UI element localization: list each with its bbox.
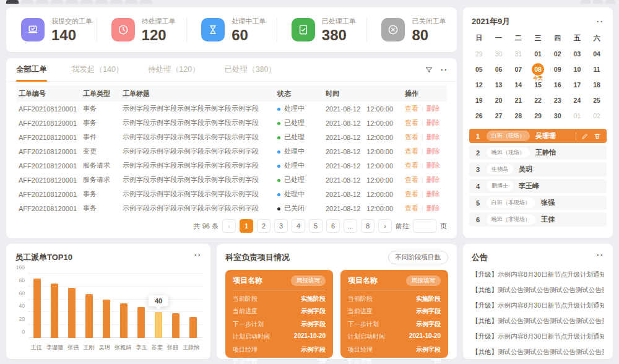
page-button-8[interactable]: 8 <box>361 219 374 233</box>
bar-张雅娟[interactable] <box>120 303 128 338</box>
goto-page-input[interactable] <box>413 219 436 233</box>
schedule-row[interactable]: 1白班（现场）吴珊珊 <box>469 129 607 143</box>
bar-吴玥[interactable] <box>103 300 110 338</box>
page-button-1[interactable]: 1 <box>240 219 253 233</box>
calendar-day[interactable]: 29 <box>469 46 489 61</box>
calendar-day[interactable]: 06 <box>489 61 509 77</box>
calendar-day[interactable]: 30 <box>548 108 568 123</box>
delete-link[interactable]: 删除 <box>426 105 440 112</box>
next-page-button[interactable]: › <box>378 219 392 233</box>
filter-icon[interactable] <box>425 66 433 74</box>
calendar-day[interactable]: 23 <box>548 92 568 108</box>
delete-link[interactable]: 删除 <box>426 119 440 126</box>
schedule-row[interactable]: 5白班（非现场）张强 <box>469 196 607 210</box>
calendar-day[interactable]: 02 <box>548 46 568 61</box>
calendar-more-icon[interactable]: ·· <box>597 18 604 25</box>
browser-tab[interactable] <box>66 0 78 4</box>
calendar-day[interactable]: 24 <box>568 92 587 108</box>
calendar-day[interactable]: 30 <box>489 46 509 61</box>
page-button-3[interactable]: 3 <box>274 219 288 233</box>
view-link[interactable]: 查看 <box>405 176 418 183</box>
browser-tab-active[interactable] <box>6 0 19 4</box>
browser-tab-right[interactable] <box>593 0 603 4</box>
calendar-day[interactable]: 25 <box>587 92 607 108</box>
schedule-row[interactable]: 6晚班（非现场）王佳 <box>469 212 607 227</box>
calendar-day[interactable]: 03 <box>568 46 587 61</box>
calendar-day[interactable]: 28 <box>508 108 528 123</box>
view-link[interactable]: 查看 <box>405 119 418 126</box>
calendar-day[interactable]: 21 <box>508 92 528 108</box>
tab-all-orders[interactable]: 全部工单 <box>16 58 47 81</box>
browser-tab-right[interactable] <box>581 0 591 4</box>
announcement-item[interactable]: 【升级】示例内容8月30日新节点升级计划通知 <box>472 298 604 313</box>
calendar-day[interactable]: 14 <box>508 77 528 92</box>
calendar-day[interactable]: 15 <box>528 77 548 92</box>
calendar-day[interactable]: 13 <box>489 77 509 92</box>
announcement-item[interactable]: 【升级】示例内容8月30日新节点升级计划通知 <box>472 267 604 282</box>
calendar-day[interactable]: 29 <box>528 108 548 123</box>
bar-王刚[interactable] <box>85 294 93 338</box>
bar-苏雯[interactable] <box>155 312 162 338</box>
view-link[interactable]: 查看 <box>405 133 418 141</box>
calendar-day[interactable]: 04 <box>587 46 607 61</box>
calendar-day[interactable]: 19 <box>469 92 489 108</box>
browser-tab[interactable] <box>95 0 108 4</box>
page-button-6[interactable]: 6 <box>326 219 340 233</box>
trash-icon[interactable] <box>594 132 601 140</box>
calendar-day[interactable]: 05 <box>469 61 489 77</box>
view-link[interactable]: 查看 <box>405 147 418 155</box>
view-link[interactable]: 查看 <box>405 204 418 212</box>
announcement-item[interactable]: 【其他】测试公告测试公告测试公告测试公告测试公告 <box>472 282 604 298</box>
browser-tab[interactable] <box>140 0 152 4</box>
edit-icon[interactable] <box>581 132 589 140</box>
weekly-report-badge[interactable]: 周报填写 <box>406 275 441 286</box>
calendar-day[interactable]: 16 <box>548 77 568 92</box>
announcements-more-icon[interactable]: ·· <box>597 251 604 259</box>
bar-李玉[interactable] <box>137 307 145 338</box>
chart-more-icon[interactable]: ·· <box>194 251 202 259</box>
page-button-2[interactable]: 2 <box>257 219 271 233</box>
bar-李珊珊[interactable] <box>51 284 58 338</box>
calendar-day[interactable]: 12 <box>469 77 489 92</box>
tab-2[interactable]: 待处理（120） <box>148 58 199 81</box>
page-ellipsis[interactable]: ... <box>344 219 357 233</box>
calendar-day[interactable]: 17 <box>568 77 587 92</box>
browser-tab[interactable] <box>110 0 123 4</box>
weekly-report-badge[interactable]: 周报填写 <box>291 275 326 286</box>
view-link[interactable]: 查看 <box>405 105 418 112</box>
delete-link[interactable]: 删除 <box>426 176 440 183</box>
calendar-day[interactable]: 10 <box>568 61 587 77</box>
announcement-item[interactable]: 【其他】测试公告测试公告测试公告测试公告测试公告 <box>472 344 604 360</box>
browser-tab[interactable] <box>51 0 63 4</box>
calendar-day[interactable]: 26 <box>469 108 489 123</box>
bar-张强[interactable] <box>68 288 76 338</box>
worklist-more-icon[interactable]: ·· <box>441 66 448 74</box>
calendar-day[interactable]: 02 <box>587 108 607 123</box>
calendar-day[interactable]: 18 <box>587 77 607 92</box>
bar-王静怡[interactable] <box>189 317 197 338</box>
calendar-day[interactable]: 01 <box>568 108 587 123</box>
browser-tab[interactable] <box>125 0 137 4</box>
browser-tab[interactable] <box>80 0 93 4</box>
calendar-day[interactable]: 22 <box>528 92 548 108</box>
stage-count-button[interactable]: 不同阶段项目数 <box>388 251 449 264</box>
browser-tab[interactable] <box>36 0 48 4</box>
calendar-day[interactable]: 07 <box>508 61 528 77</box>
calendar-day[interactable]: 27 <box>489 108 509 123</box>
bar-王佳[interactable] <box>33 279 41 338</box>
schedule-row[interactable]: 3生物岛吴玥 <box>469 162 607 176</box>
calendar-day[interactable]: 11 <box>587 61 607 77</box>
delete-link[interactable]: 删除 <box>426 162 440 169</box>
view-link[interactable]: 查看 <box>405 162 418 169</box>
delete-link[interactable]: 删除 <box>426 204 440 212</box>
browser-tab-right[interactable] <box>605 0 615 4</box>
schedule-row[interactable]: 4鹏博士李王峰 <box>469 179 607 193</box>
project-card-1[interactable]: 项目名称周报填写当前阶段实施阶段当前进度示例字段下一步计划示例字段计划启动时间2… <box>225 270 333 358</box>
calendar-day[interactable]: 31 <box>508 46 528 61</box>
calendar-day[interactable]: 01 <box>528 46 548 61</box>
schedule-row[interactable]: 2晚班（现场）王静怡 <box>469 145 607 160</box>
prev-page-button[interactable]: ‹ <box>222 219 236 233</box>
announcement-item[interactable]: 【升级】示例内容8月30日新节点升级计划通知 <box>472 329 604 344</box>
announcement-item[interactable]: 【其他】测试公告测试公告测试公告测试公告测试公告 <box>472 313 604 329</box>
delete-link[interactable]: 删除 <box>426 147 440 155</box>
